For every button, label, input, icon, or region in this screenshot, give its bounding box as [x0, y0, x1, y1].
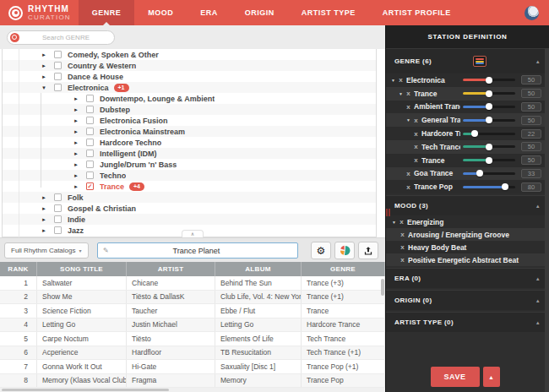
tab-era[interactable]: ERA: [187, 0, 231, 25]
remove-icon[interactable]: x: [397, 76, 405, 84]
table-row[interactable]: 1SaltwaterChicaneBehind The SunTrance (+…: [0, 276, 385, 291]
tree-item[interactable]: ►Downtempo, Lounge & Ambient: [3, 93, 376, 104]
tree-checkbox[interactable]: [86, 161, 94, 168]
remove-icon[interactable]: x: [398, 218, 405, 226]
tree-item[interactable]: ►Dubstep: [3, 104, 376, 115]
tab-artist-type[interactable]: ARTIST TYPE: [288, 0, 369, 25]
slider-thumb[interactable]: [486, 157, 492, 164]
expand-arrow-icon[interactable]: ►: [38, 217, 50, 222]
section-header-era[interactable]: ERA (0) ▲: [386, 268, 549, 288]
slider-thumb[interactable]: [486, 117, 492, 123]
expand-arrow-icon[interactable]: ►: [38, 228, 50, 233]
export-button[interactable]: [358, 242, 378, 259]
tab-mood[interactable]: MOOD: [134, 0, 187, 25]
slider-value-input[interactable]: 50: [521, 116, 541, 125]
expand-arrow-icon[interactable]: ►: [70, 96, 82, 101]
collapse-arrow-icon[interactable]: ▼: [390, 220, 398, 225]
slider-track[interactable]: [463, 145, 515, 148]
table-row[interactable]: 6AcperienceHardfloorTB ResucitationTech …: [0, 346, 385, 361]
tree-item[interactable]: ►Comedy, Spoken & Other: [3, 49, 376, 60]
palette-button[interactable]: [334, 242, 355, 259]
table-row[interactable]: 4Letting GoJustin MichaelLetting GoHardc…: [0, 318, 385, 333]
slider-value-input[interactable]: 50: [521, 142, 541, 151]
slider-track[interactable]: [463, 133, 515, 135]
expand-arrow-icon[interactable]: ►: [38, 52, 50, 57]
section-header-genre[interactable]: GENRE (6) ▲: [386, 48, 549, 74]
expand-arrow-icon[interactable]: ►: [70, 140, 82, 145]
tree-checkbox[interactable]: [54, 84, 62, 91]
collapse-arrow-icon[interactable]: ▼: [397, 91, 405, 96]
tree-checkbox[interactable]: [86, 106, 94, 113]
expand-arrow-icon[interactable]: ►: [70, 107, 82, 112]
tree-collapse-button[interactable]: ∧: [182, 230, 204, 237]
slider-track[interactable]: [463, 79, 515, 81]
tree-checkbox[interactable]: [54, 51, 62, 58]
slider-thumb[interactable]: [486, 103, 492, 110]
tree-item[interactable]: ►Dance & House: [3, 71, 376, 82]
collapse-arrow-icon[interactable]: ▼: [405, 117, 412, 122]
tree-item[interactable]: ►Electronica Mainstream: [3, 126, 376, 137]
slider-thumb[interactable]: [476, 170, 483, 177]
remove-icon[interactable]: x: [405, 183, 412, 191]
table-row[interactable]: 7Gonna Work It OutHi-GateSaxuality [Disc…: [0, 360, 385, 374]
panel-scrollbar-track[interactable]: [545, 48, 549, 392]
slider-thumb[interactable]: [486, 144, 492, 150]
tree-checkbox[interactable]: [54, 193, 62, 201]
slider-thumb[interactable]: [471, 130, 478, 137]
table-row[interactable]: 8Memory (Klaas Vocal Club Mix)FragmaMemo…: [0, 374, 385, 389]
tree-item[interactable]: ▼Electronica+1: [3, 82, 376, 93]
search-input[interactable]: [19, 34, 123, 41]
collapse-arrow-icon[interactable]: ▲: [535, 204, 541, 209]
collapse-arrow-icon[interactable]: ▲: [535, 320, 541, 325]
section-header-origin[interactable]: ORIGIN (0) ▲: [386, 290, 549, 310]
remove-icon[interactable]: x: [412, 117, 420, 124]
column-header[interactable]: RANK: [0, 262, 37, 276]
slider-value-input[interactable]: 33: [521, 169, 541, 178]
tree-checkbox[interactable]: [54, 215, 62, 223]
tree-checkbox[interactable]: [54, 62, 62, 69]
expand-arrow-icon[interactable]: ►: [38, 74, 50, 79]
save-options-button[interactable]: ▲: [483, 367, 500, 387]
remove-icon[interactable]: x: [399, 256, 406, 264]
table-row[interactable]: 3Science FictionTaucherEbbe / FlutTrance: [0, 304, 385, 318]
remove-icon[interactable]: x: [399, 231, 406, 238]
station-name-field[interactable]: ✎: [97, 242, 298, 259]
slider-thumb[interactable]: [486, 77, 492, 84]
tree-checkbox[interactable]: [86, 150, 94, 157]
slider-value-input[interactable]: 50: [521, 155, 541, 165]
expand-arrow-icon[interactable]: ►: [70, 118, 82, 123]
column-header[interactable]: ARTIST: [127, 262, 215, 276]
slider-track[interactable]: [463, 172, 515, 175]
remove-icon[interactable]: x: [405, 170, 412, 177]
slider-track[interactable]: [463, 186, 515, 188]
tree-checkbox[interactable]: [86, 95, 94, 102]
collapse-arrow-icon[interactable]: ▲: [535, 59, 541, 64]
expand-arrow-icon[interactable]: ►: [70, 129, 82, 134]
column-header[interactable]: GENRE: [302, 262, 385, 276]
remove-icon[interactable]: x: [405, 103, 412, 111]
tree-item[interactable]: ►Folk: [3, 192, 376, 203]
column-header[interactable]: ALBUM: [215, 262, 302, 276]
slider-track[interactable]: [463, 106, 515, 108]
table-row[interactable]: 2Show MeTiësto & DallasKClub Life, Vol. …: [0, 291, 385, 305]
panel-resize-handle[interactable]: [386, 209, 390, 216]
search-field[interactable]: [7, 30, 115, 45]
tree-item[interactable]: ►Gospel & Christian: [3, 203, 376, 214]
expand-arrow-icon[interactable]: ►: [70, 173, 82, 178]
save-button[interactable]: SAVE: [431, 367, 480, 387]
tab-origin[interactable]: ORIGIN: [231, 0, 288, 25]
user-avatar[interactable]: [525, 6, 539, 20]
remove-icon[interactable]: x: [405, 90, 412, 97]
remove-icon[interactable]: x: [412, 143, 420, 150]
slider-thumb[interactable]: [502, 183, 508, 190]
tree-checkbox[interactable]: [86, 172, 94, 179]
tree-item[interactable]: ►Hardcore Techno: [3, 137, 376, 148]
remove-icon[interactable]: x: [399, 243, 406, 251]
slider-value-input[interactable]: 22: [521, 129, 541, 139]
expand-arrow-icon[interactable]: ►: [70, 151, 82, 156]
slider-thumb[interactable]: [486, 90, 492, 97]
tree-item[interactable]: ►Jungle/Drum 'n' Bass: [3, 159, 376, 170]
color-sliders-icon[interactable]: [473, 56, 486, 67]
slider-value-input[interactable]: 80: [521, 182, 541, 192]
slider-value-input[interactable]: 50: [521, 102, 541, 112]
